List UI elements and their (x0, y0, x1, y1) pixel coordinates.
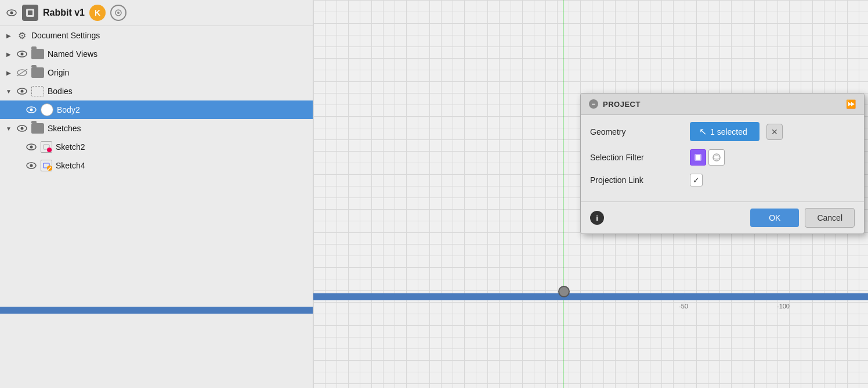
geometry-row: Geometry ↖ 1 selected ✕ (590, 122, 855, 141)
sketch4-icon (41, 160, 52, 171)
svg-point-26 (713, 156, 720, 159)
svg-point-17 (30, 146, 33, 149)
expand-arrow[interactable] (5, 124, 13, 132)
sketch4-eye[interactable] (26, 160, 37, 171)
sketch2-icon (41, 141, 52, 153)
tree-item-sketches[interactable]: Sketches (0, 119, 313, 138)
sidebar: Rabbit v1 K ⚙ Document Settings Named Vi (0, 0, 313, 388)
sketches-eye[interactable] (16, 123, 28, 134)
sketch2-eye[interactable] (26, 141, 37, 153)
dialog-minus-icon: − (589, 99, 598, 109)
canvas-blue-bar (313, 293, 868, 300)
item-label-body2: Body2 (57, 105, 308, 114)
sketches-folder-icon (31, 123, 44, 134)
item-label-sketches: Sketches (48, 124, 308, 133)
cursor-icon: ↖ (699, 126, 707, 137)
filter-icons-group (690, 149, 725, 166)
badge-k: K (89, 5, 106, 21)
dialog-title: PROJECT (603, 100, 841, 109)
title-eye-icon[interactable] (6, 7, 17, 19)
badge-circle (110, 5, 126, 21)
filter-icon-faces[interactable] (690, 149, 706, 166)
item-label-origin: Origin (48, 68, 308, 77)
expand-arrow[interactable] (5, 50, 13, 58)
body2-icon (41, 103, 53, 116)
dialog-footer: i OK Cancel (581, 202, 864, 233)
projection-link-label: Projection Link (590, 175, 683, 185)
title-bar: Rabbit v1 K (0, 0, 313, 26)
projection-link-row: Projection Link ✓ (590, 174, 855, 186)
folder-icon (31, 49, 44, 59)
cancel-button[interactable]: Cancel (805, 208, 855, 228)
named-views-eye[interactable] (16, 48, 28, 60)
project-dialog: − PROJECT ⏩ Geometry ↖ 1 selected ✕ Sel (580, 93, 865, 234)
svg-point-11 (21, 90, 24, 93)
tree-item-body2[interactable]: Body2 (0, 100, 313, 119)
item-label-sketch2: Sketch2 (56, 142, 308, 152)
ok-button[interactable]: OK (750, 209, 799, 227)
svg-point-15 (21, 127, 24, 130)
origin-eye[interactable] (16, 67, 28, 78)
filter-icon-bodies[interactable] (708, 149, 725, 166)
bodies-folder-dashed-icon (31, 86, 44, 96)
item-label-document-settings: Document Settings (31, 31, 308, 40)
svg-point-5 (117, 12, 120, 14)
geometry-clear-button[interactable]: ✕ (766, 124, 783, 140)
tree-item-bodies[interactable]: Bodies (0, 82, 313, 100)
ruler-label-100: -100 (777, 303, 790, 310)
svg-rect-24 (696, 155, 700, 160)
projection-link-checkbox[interactable]: ✓ (690, 174, 703, 186)
svg-point-7 (21, 53, 24, 56)
app-container: Rabbit v1 K ⚙ Document Settings Named Vi (0, 0, 868, 388)
info-icon[interactable]: i (590, 211, 604, 225)
ruler-label-50: -50 (679, 303, 688, 310)
svg-point-25 (713, 154, 720, 161)
svg-point-20 (30, 164, 33, 167)
tree-item-sketch4[interactable]: Sketch4 (0, 156, 313, 175)
dialog-body: Geometry ↖ 1 selected ✕ Selection Filter (581, 115, 864, 202)
expand-arrow[interactable] (5, 87, 13, 95)
svg-line-8 (17, 69, 27, 76)
item-label-bodies: Bodies (48, 87, 308, 96)
dialog-header: − PROJECT ⏩ (581, 94, 864, 115)
tree-item-sketch2[interactable]: Sketch2 (0, 138, 313, 156)
svg-line-21 (48, 167, 51, 170)
green-axis-line (563, 0, 563, 388)
expand-arrow[interactable] (5, 31, 13, 39)
body2-eye[interactable] (26, 104, 37, 116)
item-label-sketch4: Sketch4 (56, 161, 308, 170)
svg-rect-3 (28, 10, 32, 15)
tree-item-origin[interactable]: Origin (0, 63, 313, 82)
expand-arrow[interactable] (5, 69, 13, 77)
geometry-selected-button[interactable]: ↖ 1 selected (690, 122, 760, 141)
origin-folder-icon (31, 67, 44, 78)
canvas-area[interactable]: -50 -100 − PROJECT ⏩ Geometry ↖ 1 select… (313, 0, 868, 388)
sidebar-bottom-bar (0, 307, 313, 314)
app-title: Rabbit v1 (43, 8, 85, 18)
tree-item-document-settings[interactable]: ⚙ Document Settings (0, 26, 313, 45)
selection-filter-label: Selection Filter (590, 153, 683, 162)
bodies-eye[interactable] (16, 85, 28, 97)
geometry-label: Geometry (590, 127, 683, 136)
selection-filter-row: Selection Filter (590, 149, 855, 166)
gear-icon: ⚙ (16, 30, 28, 41)
item-label-named-views: Named Views (48, 49, 308, 59)
dialog-forward-icon[interactable]: ⏩ (846, 99, 856, 109)
svg-point-13 (30, 109, 33, 112)
tree-item-named-views[interactable]: Named Views (0, 45, 313, 63)
circle-handle[interactable] (558, 286, 570, 297)
app-icon (22, 5, 38, 21)
svg-point-1 (10, 12, 13, 15)
selected-text: 1 selected (710, 127, 747, 136)
